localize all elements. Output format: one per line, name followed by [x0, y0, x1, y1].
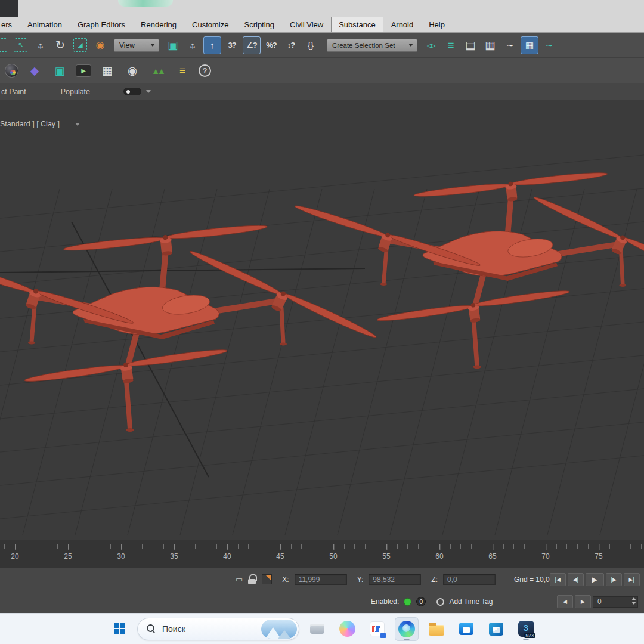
go-to-end-button[interactable]: ▶| [624, 573, 640, 586]
grid-create-icon[interactable]: ▦ [98, 62, 116, 80]
listener-icon[interactable]: ≡ [174, 62, 191, 80]
3ds-max-icon[interactable]: 3MAX [514, 617, 538, 641]
frame-spinner-value: 0 [597, 597, 602, 606]
spinner-arrows-icon[interactable] [631, 597, 636, 605]
named-selection-sets-icon[interactable]: {} [302, 36, 320, 54]
viewport-grid [0, 151, 644, 535]
next-key-button[interactable]: ▶ [575, 595, 591, 608]
search-box[interactable]: Поиск [137, 618, 299, 640]
align-icon[interactable]: ≡ [442, 36, 460, 54]
select-and-scale-icon[interactable]: ◢ [73, 38, 87, 52]
menu-item-help[interactable]: Help [421, 17, 453, 32]
tab-object-paint[interactable]: ct Paint [0, 88, 52, 96]
microsoft-store-icon[interactable] [454, 617, 478, 641]
select-and-rotate-icon[interactable]: ↻ [51, 36, 69, 54]
material-editor-wave-icon[interactable]: ~ [540, 36, 558, 54]
enabled-indicator-icon[interactable] [404, 598, 411, 606]
curve-editor-icon[interactable]: ~ [501, 36, 519, 54]
menu-item-arnold[interactable]: Arnold [383, 17, 422, 32]
chat-app-icon[interactable] [365, 617, 389, 641]
menu-item-graph-editors[interactable]: Graph Editors [70, 17, 133, 32]
next-frame-button[interactable]: |▶ [606, 573, 622, 586]
previous-frame-button[interactable]: ◀| [568, 573, 584, 586]
counter-badge[interactable]: 0 [416, 597, 426, 606]
viewport-shading-label[interactable]: Standard ] [ Clay ] [0, 120, 80, 128]
go-to-start-button[interactable]: |◀ [550, 573, 566, 586]
snaps-3d-icon[interactable]: 3? [223, 36, 241, 54]
mirror-icon[interactable]: ◃▹ [422, 36, 440, 54]
menubar: ersAnimationGraph EditorsRenderingCustom… [0, 17, 644, 33]
schematic-view-icon[interactable]: ▦ [521, 36, 538, 54]
z-coordinate-field[interactable]: 0,0 [443, 574, 496, 585]
menu-item-animation[interactable]: Animation [20, 17, 70, 32]
select-and-move-icon[interactable]: ↔↕ [32, 36, 49, 54]
compact-material-editor-icon[interactable]: ◆ [26, 62, 44, 80]
snap-tools-group: ▣↔↕↑3?∠?%?↕?{} [164, 36, 320, 54]
widgets-device-icon[interactable] [305, 617, 329, 641]
toggle-scene-explorer-icon[interactable]: ▤ [462, 36, 479, 54]
absolute-mode-icon[interactable] [262, 574, 272, 584]
copilot-icon[interactable] [335, 617, 359, 641]
menu-item-scripting[interactable]: Scripting [237, 17, 283, 32]
drone-model-left[interactable] [0, 223, 377, 432]
enabled-group: Enabled: 0 Add Time Tag [371, 597, 493, 606]
angle-snap-icon[interactable]: ∠? [243, 36, 261, 54]
toggle-layer-explorer-icon[interactable]: ▦ [481, 36, 499, 54]
file-explorer-folder-icon[interactable] [425, 617, 448, 641]
transform-type-in: ▭ X: 11,999 Y: 98,532 Z: 0,0 Grid = 10,0 [236, 574, 550, 585]
menu-item-ers[interactable]: ers [0, 17, 20, 32]
tab-populate[interactable]: Populate [52, 88, 98, 96]
media-toggle[interactable] [123, 88, 141, 95]
outlook-icon[interactable] [484, 617, 508, 641]
x-coordinate-field[interactable]: 11,999 [295, 574, 347, 585]
percent-snap-icon[interactable]: %? [262, 36, 280, 54]
previous-key-button[interactable]: ◀ [557, 595, 573, 608]
main-toolbar: ↖↔↕↻◢◉ View ▣↔↕↑3?∠?%?↕?{} Create Select… [0, 33, 644, 58]
selection-lock-icon[interactable] [248, 574, 256, 584]
3ds-max-label: 3 [514, 623, 538, 633]
drone-model-right[interactable] [290, 171, 644, 369]
weather-widget-thumbnail[interactable] [261, 620, 297, 639]
select-and-manipulate-icon[interactable]: ↔↕ [184, 36, 202, 54]
help-icon[interactable]: ? [199, 64, 211, 77]
rendered-frame-window-icon[interactable]: ▣ [51, 62, 69, 80]
chevron-down-icon [146, 90, 151, 93]
select-object-icon[interactable]: ↖ [14, 38, 27, 52]
editor-tools-group: ◃▹≡▤▦~▦~ [422, 36, 558, 54]
viewport[interactable]: Standard ] [ Clay ] [0, 100, 644, 540]
status-bar: ▭ X: 11,999 Y: 98,532 Z: 0,0 Grid = 10,0… [0, 568, 644, 613]
isolate-selection-icon[interactable]: ▭ [236, 575, 243, 584]
selection-tools-group: ↖↔↕↻◢◉ [1, 36, 109, 54]
render-setup-icon[interactable] [5, 64, 18, 78]
menu-item-customize[interactable]: Customize [184, 17, 236, 32]
menu-item-substance[interactable]: Substance [331, 17, 383, 32]
chevron-down-icon [408, 44, 413, 47]
snaps-toggle-icon[interactable]: ↑ [203, 36, 221, 54]
track-bar[interactable]: 202530354045505560657075 [0, 540, 644, 568]
edge-icon[interactable] [395, 617, 419, 641]
render-toolbar: ◆▣▶▦◉▲▲≡? [0, 58, 644, 83]
start-button[interactable] [107, 617, 131, 641]
reference-coordinate-dropdown[interactable]: View [114, 39, 159, 52]
chat-app-badge-icon [380, 633, 386, 638]
frame-spinner-field[interactable]: 0 [593, 596, 638, 608]
selection-region-cut-icon[interactable] [0, 38, 7, 52]
vegetation-icon[interactable]: ▲▲ [148, 62, 166, 80]
timeline-ticks [4, 544, 644, 549]
preview-window-icon[interactable]: ▶ [76, 64, 91, 77]
selection-set-dropdown[interactable]: Create Selection Set [327, 39, 417, 52]
menu-item-civil-view[interactable]: Civil View [282, 17, 331, 32]
timeline-frame-35: 35 [170, 552, 178, 561]
viewport-canvas[interactable] [0, 100, 644, 540]
spinner-snap-icon[interactable]: ↕? [282, 36, 300, 54]
status-row-time: Enabled: 0 Add Time Tag ◀▶0 [0, 591, 644, 614]
y-coordinate-value: 98,532 [373, 575, 395, 584]
select-and-place-icon[interactable]: ◉ [91, 36, 109, 54]
3ds-max-active-indicator [524, 639, 529, 640]
add-time-tag-label[interactable]: Add Time Tag [449, 597, 493, 606]
render-view-icon[interactable]: ◉ [123, 62, 141, 80]
play-animation-button[interactable]: ▶ [586, 573, 604, 586]
y-coordinate-field[interactable]: 98,532 [369, 574, 421, 585]
menu-item-rendering[interactable]: Rendering [133, 17, 184, 32]
use-pivot-point-icon[interactable]: ▣ [164, 36, 182, 54]
